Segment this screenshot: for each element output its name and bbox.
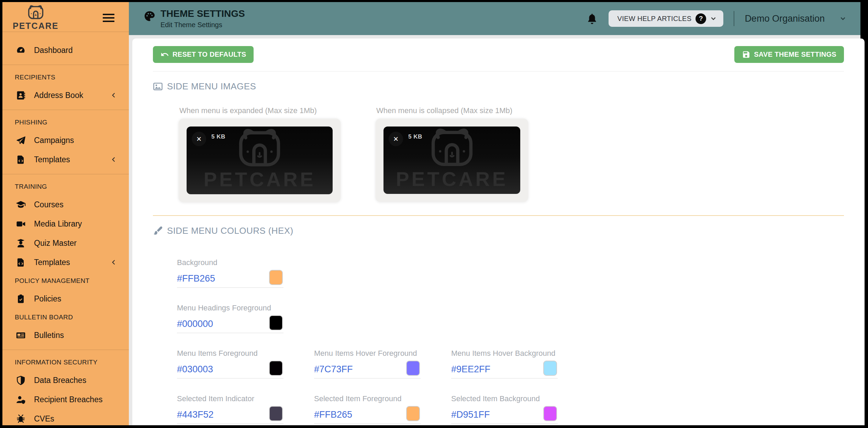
help-button-label: VIEW HELP ARTICLES [617, 15, 692, 23]
sidebar-item-label: Quiz Master [34, 239, 117, 248]
file-code-icon [15, 154, 26, 165]
sidebar-nav: Dashboard RECIPIENTS Address Book PHISHI… [2, 32, 129, 425]
selected-item-background-input[interactable] [451, 409, 534, 420]
field-label: Selected Item Background [451, 394, 558, 403]
question-circle-icon: ? [695, 13, 706, 24]
palette-icon [143, 10, 156, 22]
save-button-label: SAVE THEME SETTINGS [754, 51, 836, 58]
menu-items-hover-background-input[interactable] [451, 364, 534, 375]
image-card: PETCARE ✕ 5 KB [376, 119, 528, 202]
graduation-cap-icon [15, 199, 26, 210]
menu-image-cards: When menu is expanded (Max size 1Mb) [179, 106, 844, 202]
colour-swatch[interactable] [406, 406, 420, 421]
bell-icon[interactable] [586, 12, 598, 25]
colour-swatch[interactable] [543, 361, 557, 376]
clipboard-check-icon [15, 294, 26, 304]
field-background: Background [177, 258, 283, 288]
remove-image-button[interactable]: ✕ [192, 132, 206, 146]
sidebar-item-recipient-breaches[interactable]: Recipient Breaches [2, 390, 129, 409]
colour-swatch[interactable] [269, 270, 283, 285]
sidebar-item-label: Data Breaches [34, 376, 117, 385]
paper-plane-icon [15, 135, 26, 145]
background-colour-input[interactable] [177, 273, 259, 284]
colour-swatch[interactable] [269, 315, 283, 330]
menu-items-foreground-input[interactable] [177, 364, 259, 375]
field-label: Menu Items Foreground [177, 349, 283, 358]
chevron-left-icon [110, 156, 117, 163]
address-book-icon [15, 90, 26, 100]
save-theme-settings-button[interactable]: SAVE THEME SETTINGS [734, 46, 844, 63]
remove-image-button[interactable]: ✕ [389, 132, 403, 146]
colour-swatch[interactable] [269, 361, 283, 376]
field-menu-items-foreground: Menu Items Foreground [177, 349, 283, 378]
paintbrush-icon [153, 226, 163, 236]
field-menu-headings-foreground: Menu Headings Foreground [177, 304, 283, 333]
chevron-down-icon [710, 15, 716, 22]
sidebar-item-courses[interactable]: Courses [2, 195, 129, 214]
sidebar-heading-recipients: RECIPIENTS [2, 73, 129, 81]
bug-icon [15, 414, 26, 424]
sidebar-item-quiz-master[interactable]: Quiz Master [2, 233, 129, 253]
chevron-left-icon [110, 259, 117, 266]
page-header: THEME SETTINGS Edit Theme Settings [143, 9, 245, 29]
topbar: THEME SETTINGS Edit Theme Settings VIEW … [129, 2, 860, 35]
field-selected-item-foreground: Selected Item Foreground [314, 394, 421, 424]
app-window: PETCARE Dashboard RECIPIENTS Address Boo… [2, 2, 865, 425]
menu-items-hover-foreground-input[interactable] [314, 364, 397, 375]
save-icon [742, 50, 750, 59]
sidebar-item-templates-training[interactable]: Templates [2, 253, 129, 272]
collapsed-image-group: When menu is collapsed (Max size 1Mb) [376, 106, 528, 202]
image-card-label: When menu is expanded (Max size 1Mb) [179, 106, 341, 115]
sidebar-item-policies[interactable]: Policies [2, 289, 129, 308]
chevron-down-icon [840, 15, 846, 22]
chevron-left-icon [110, 92, 117, 99]
sidebar-logo-row: PETCARE [2, 2, 129, 32]
field-menu-items-hover-foreground: Menu Items Hover Foreground [314, 349, 421, 378]
reset-to-defaults-button[interactable]: RESET TO DEFAULTS [153, 46, 254, 63]
field-label: Selected Item Indicator [177, 394, 283, 403]
field-input-row [314, 359, 421, 378]
sidebar-item-data-breaches[interactable]: Data Breaches [2, 371, 129, 390]
colour-swatch[interactable] [543, 406, 557, 421]
shield-icon [15, 375, 26, 385]
main-column: THEME SETTINGS Edit Theme Settings VIEW … [129, 2, 865, 425]
sidebar-item-campaigns[interactable]: Campaigns [2, 131, 129, 150]
brand-logo-icon [425, 128, 479, 170]
organisation-selector[interactable]: Demo Organisation [745, 13, 846, 24]
sidebar-item-cves[interactable]: CVEs [2, 409, 129, 425]
newspaper-icon [15, 330, 26, 340]
colour-swatch[interactable] [406, 361, 420, 376]
sidebar-item-media-library[interactable]: Media Library [2, 214, 129, 233]
image-icon [153, 81, 163, 91]
dashboard-icon [15, 45, 26, 55]
view-help-articles-button[interactable]: VIEW HELP ARTICLES ? [609, 10, 724, 27]
user-shield-icon [15, 394, 26, 405]
undo-icon [160, 50, 169, 59]
sidebar-item-dashboard[interactable]: Dashboard [2, 41, 129, 60]
sidebar-heading-training: TRAINING [2, 183, 129, 191]
sidebar: PETCARE Dashboard RECIPIENTS Address Boo… [2, 2, 129, 425]
sidebar-divider [2, 350, 129, 350]
thumbnail-brand-text: PETCARE [396, 170, 508, 188]
sidebar-divider [2, 110, 129, 110]
expanded-image-group: When menu is expanded (Max size 1Mb) [179, 106, 341, 202]
field-label: Selected Item Foreground [314, 394, 421, 403]
sidebar-item-label: Courses [34, 200, 117, 209]
sidebar-heading-phishing: PHISHING [2, 118, 129, 127]
sidebar-heading-bulletin-board: BULLETIN BOARD [2, 313, 129, 321]
selected-item-foreground-input[interactable] [314, 409, 397, 420]
expanded-menu-image-thumbnail: PETCARE ✕ 5 KB [187, 127, 333, 194]
sidebar-item-label: Recipient Breaches [34, 395, 117, 404]
sidebar-item-templates-phishing[interactable]: Templates [2, 150, 129, 169]
theme-actions-row: RESET TO DEFAULTS SAVE THEME SETTINGS [153, 46, 844, 63]
file-size-badge: 5 KB [211, 133, 225, 140]
menu-headings-foreground-input[interactable] [177, 319, 259, 329]
field-input-row [314, 404, 421, 424]
colour-swatch[interactable] [269, 406, 283, 421]
field-label: Background [177, 258, 283, 267]
sidebar-item-bulletins[interactable]: Bulletins [2, 326, 129, 345]
field-input-row [177, 404, 283, 424]
hamburger-icon[interactable] [101, 12, 116, 23]
selected-item-indicator-input[interactable] [177, 409, 259, 420]
sidebar-item-address-book[interactable]: Address Book [2, 86, 129, 105]
